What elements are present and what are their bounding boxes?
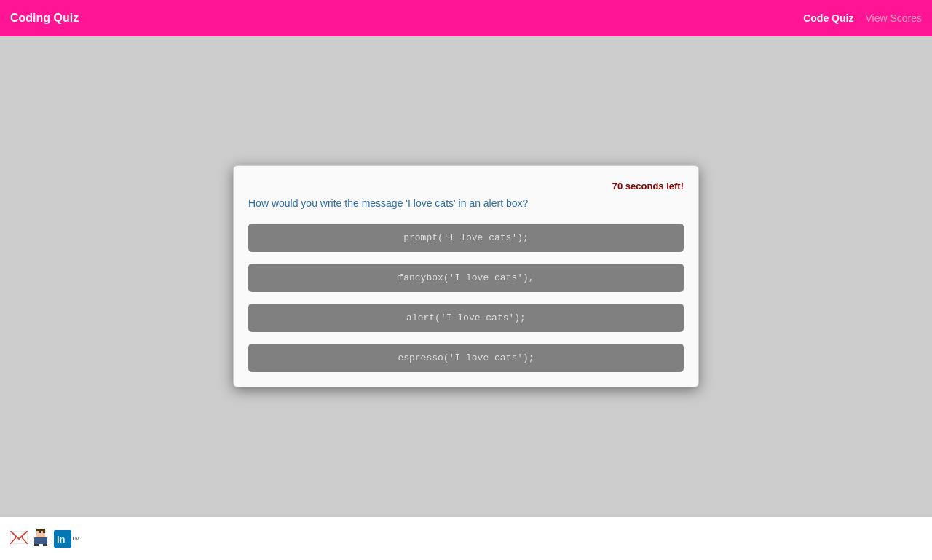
answer-btn-0[interactable]: prompt('I love cats');: [248, 224, 684, 252]
linkedin-icon[interactable]: in TM: [54, 530, 80, 548]
gmail-icon[interactable]: [10, 531, 28, 547]
svg-rect-9: [43, 544, 47, 546]
timer: 70 seconds left!: [612, 181, 684, 192]
answer-btn-2[interactable]: alert('I love cats');: [248, 304, 684, 332]
svg-rect-8: [34, 544, 39, 546]
timer-row: 70 seconds left!: [248, 181, 684, 192]
svg-text:in: in: [57, 534, 66, 545]
svg-rect-4: [39, 531, 41, 533]
pixel-character-icon[interactable]: [32, 529, 50, 549]
svg-rect-6: [36, 529, 45, 531]
footer-icons: in TM: [10, 529, 80, 549]
answer-btn-3[interactable]: espresso('I love cats');: [248, 344, 684, 372]
svg-rect-7: [34, 537, 47, 544]
question-text: How would you write the message 'I love …: [248, 197, 684, 209]
main-content: 70 seconds left! How would you write the…: [0, 36, 932, 516]
header-nav: Code Quiz View Scores: [803, 12, 922, 24]
svg-rect-5: [43, 531, 45, 533]
app-title: Coding Quiz: [10, 12, 79, 25]
answer-btn-1[interactable]: fancybox('I love cats'),: [248, 264, 684, 292]
view-scores-link[interactable]: View Scores: [865, 12, 922, 24]
header: Coding Quiz Code Quiz View Scores: [0, 0, 932, 36]
footer: in TM: [0, 516, 932, 560]
quiz-card: 70 seconds left! How would you write the…: [233, 165, 699, 387]
code-quiz-link[interactable]: Code Quiz: [803, 12, 853, 24]
linkedin-tm: TM: [71, 535, 80, 542]
